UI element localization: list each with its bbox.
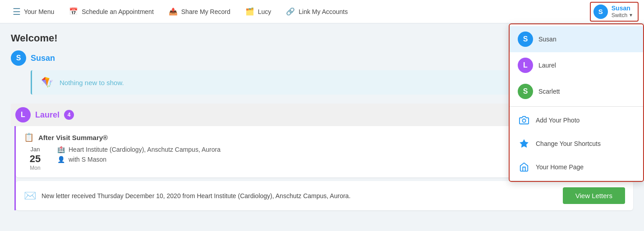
user-avatar: S — [593, 5, 608, 19]
dropdown-user-susan[interactable]: S Susan — [510, 26, 643, 52]
letter-text: New letter received Thursday December 10… — [41, 192, 350, 199]
card-date-dow: Mon — [24, 165, 46, 171]
letter-left: ✉️ New letter received Thursday December… — [24, 190, 350, 202]
dropdown-user-laurel[interactable]: L Laurel — [510, 52, 643, 78]
view-letters-button[interactable]: View Letters — [563, 187, 625, 204]
appointment-label: Schedule an Appointment — [82, 8, 154, 15]
share-icon: 📤 — [168, 7, 178, 17]
user-menu-button[interactable]: S Susan Switch ▼ — [590, 2, 639, 22]
kite-icon: 🪁 — [41, 77, 53, 88]
card-location: Heart Institute (Cardiology), Anschutz C… — [69, 146, 221, 153]
menu-label: Your Menu — [24, 8, 54, 15]
share-record-nav[interactable]: 📤 Share My Record — [161, 0, 238, 23]
person-icon: 👤 — [57, 156, 65, 163]
link-accounts-nav[interactable]: 🔗 Link My Accounts — [278, 0, 355, 23]
lucy-icon: 🗂️ — [245, 7, 255, 17]
dropdown-scarlett-avatar: S — [518, 84, 533, 99]
laurel-badge: 4 — [64, 110, 74, 120]
card-date-day: 25 — [24, 153, 46, 165]
card-provider: with S Mason — [69, 156, 106, 163]
dropdown-laurel-avatar: L — [518, 58, 533, 73]
dropdown-user-scarlett[interactable]: S Scarlett — [510, 78, 643, 104]
home-page-item[interactable]: Your Home Page — [510, 155, 643, 179]
add-photo-item[interactable]: Add Your Photo — [510, 109, 643, 132]
calendar-icon: 📅 — [69, 7, 78, 17]
card-date-month: Jan — [24, 146, 46, 153]
main-content: Welcome! S Susan 🪁 Nothing new to show. … — [0, 23, 644, 219]
letter-card: ✉️ New letter received Thursday December… — [16, 181, 633, 210]
dropdown-users-section: S Susan L Laurel S Scarlett — [510, 24, 643, 107]
user-switch: Switch ▼ — [612, 12, 633, 18]
schedule-appointment-nav[interactable]: 📅 Schedule an Appointment — [61, 0, 161, 23]
dropdown-susan-name: Susan — [538, 36, 557, 43]
star-icon — [518, 137, 530, 150]
share-label: Share My Record — [181, 8, 230, 15]
envelope-icon: ✉️ — [24, 190, 36, 202]
lucy-nav[interactable]: 🗂️ Lucy — [238, 0, 279, 23]
home-icon — [518, 161, 530, 173]
home-page-label: Your Home Page — [536, 163, 584, 171]
card-location-row: 🏥 Heart Institute (Cardiology), Anschutz… — [57, 146, 221, 153]
link-icon: 🔗 — [285, 7, 295, 17]
svg-point-0 — [522, 119, 525, 122]
susan-name: Susan — [31, 54, 55, 63]
user-dropdown-menu: S Susan L Laurel S Scarlett — [509, 23, 644, 182]
dropdown-arrow-icon: ▼ — [629, 13, 633, 18]
dropdown-actions-section: Add Your Photo Change Your Shortcuts — [510, 107, 643, 181]
link-label: Link My Accounts — [299, 8, 348, 15]
shortcuts-label: Change Your Shortcuts — [536, 140, 601, 147]
dropdown-laurel-name: Laurel — [538, 62, 556, 69]
change-shortcuts-item[interactable]: Change Your Shortcuts — [510, 132, 643, 155]
camera-icon — [518, 114, 530, 127]
user-name: Susan — [612, 5, 633, 12]
top-nav: ☰ Your Menu 📅 Schedule an Appointment 📤 … — [0, 0, 644, 23]
hamburger-icon: ☰ — [13, 6, 21, 17]
hamburger-menu[interactable]: ☰ Your Menu — [5, 0, 61, 23]
dropdown-scarlett-name: Scarlett — [538, 88, 560, 95]
card-details: 🏥 Heart Institute (Cardiology), Anschutz… — [57, 146, 221, 163]
svg-marker-1 — [520, 140, 528, 147]
nothing-new-text: Nothing new to show. — [60, 79, 124, 86]
laurel-avatar: L — [15, 107, 31, 122]
lucy-label: Lucy — [258, 8, 271, 15]
laurel-name: Laurel — [35, 110, 60, 120]
susan-avatar: S — [11, 50, 26, 66]
document-icon: 📋 — [24, 132, 34, 142]
user-info: Susan Switch ▼ — [612, 5, 633, 18]
add-photo-label: Add Your Photo — [536, 117, 580, 124]
card-date: Jan 25 Mon — [24, 146, 46, 171]
building-icon: 🏥 — [57, 146, 65, 153]
dropdown-susan-avatar: S — [518, 32, 533, 47]
card-provider-row: 👤 with S Mason — [57, 156, 221, 163]
